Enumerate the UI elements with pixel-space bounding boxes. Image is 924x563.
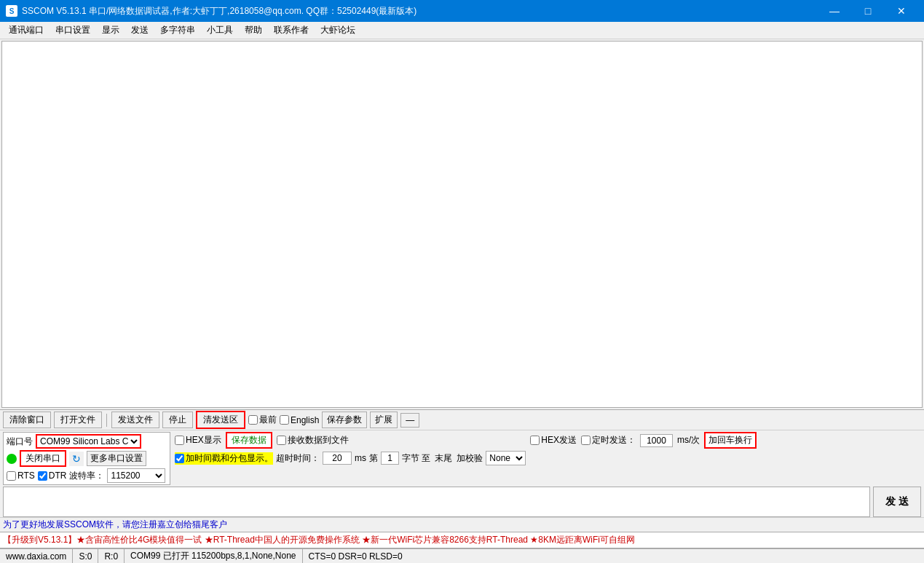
zuijin-checkbox[interactable] [248, 415, 258, 425]
bottom-top-row: 清除窗口 打开文件 发送文件 停止 清发送区 最前 English 保存参数 扩… [0, 410, 924, 430]
bottom-area: 清除窗口 打开文件 发送文件 停止 清发送区 最前 English 保存参数 扩… [0, 409, 924, 532]
super-time-label: 超时时间： [276, 452, 320, 465]
menu-bangzhu[interactable]: 帮助 [239, 23, 268, 38]
send-text-area: 发 送 [3, 487, 921, 517]
title-bar: S SSCOM V5.13.1 串口/网络数据调试器,作者:大虾丁丁,26180… [0, 0, 924, 22]
super-time-input[interactable]: 20 [323, 452, 352, 465]
baud-rate-label: 波特率： [69, 470, 104, 482]
add-newline-button[interactable]: 加回车换行 [704, 432, 757, 449]
main-display-area [1, 41, 923, 408]
tail-label: 末尾 [435, 452, 452, 465]
port-row-1: 端口号 COM99 Silicon Labs CP210x [7, 434, 167, 449]
menu-xianshi[interactable]: 显示 [96, 23, 125, 38]
english-label: English [291, 415, 319, 425]
clear-send-button[interactable]: 清发送区 [196, 411, 245, 429]
port-number-label: 端口号 [7, 436, 33, 448]
recv-to-file-label: 接收数据到文件 [288, 434, 349, 446]
save-data-button[interactable]: 保存数据 [226, 432, 272, 449]
time-display-checkbox-label[interactable]: 加时间戳和分包显示。 [175, 452, 273, 465]
stop-button[interactable]: 停止 [162, 412, 193, 428]
save-params-button[interactable]: 保存参数 [322, 412, 367, 428]
port-row-2: 关闭串口 ↻ 更多串口设置 [7, 450, 167, 467]
menu-tonxun-duankou[interactable]: 通讯端口 [3, 23, 50, 38]
minimize-button[interactable]: — [818, 0, 851, 22]
hex-send-checkbox[interactable] [530, 436, 540, 445]
expand-button[interactable]: 扩展 [370, 412, 398, 428]
checksum-select[interactable]: NoneCRC [486, 451, 526, 465]
timed-value-input[interactable]: 1000 [640, 434, 673, 447]
hex-send-label: HEX发送 [541, 434, 577, 446]
english-checkbox-label[interactable]: English [280, 415, 319, 425]
status-website: www.daxia.com [0, 549, 73, 563]
english-checkbox[interactable] [280, 415, 289, 425]
window-title: SSCOM V5.13.1 串口/网络数据调试器,作者:大虾丁丁,2618058… [22, 5, 818, 17]
byte-value-input[interactable]: 1 [381, 452, 399, 465]
byte-unit-label: 字节 至 [402, 452, 430, 465]
baud-rate-select[interactable]: 115200960057600 [107, 468, 165, 483]
hex-send-checkbox-label[interactable]: HEX发送 [530, 434, 577, 446]
window-controls: — □ ✕ [818, 0, 918, 22]
maximize-button[interactable]: □ [851, 0, 885, 22]
right-panel: HEX发送 定时发送： 1000 ms/次 加回车换行 [530, 432, 921, 449]
menu-fasong[interactable]: 发送 [125, 23, 154, 38]
timed-unit-label: ms/次 [677, 434, 700, 446]
menu-lianjizuozhe[interactable]: 联系作者 [268, 23, 315, 38]
timed-send-checkbox-label[interactable]: 定时发送： [581, 434, 636, 446]
timed-send-checkbox[interactable] [581, 436, 591, 445]
minus-button[interactable]: — [400, 413, 419, 428]
time-display-label: 加时间戳和分包显示。 [186, 452, 273, 465]
byte-label: 第 [369, 452, 378, 465]
connection-status-indicator [7, 454, 17, 464]
zuijin-label: 最前 [259, 414, 277, 426]
status-sent: S:0 [73, 549, 98, 563]
hex-display-checkbox[interactable] [175, 436, 184, 445]
separator-1 [106, 414, 107, 427]
more-ports-button[interactable]: 更多串口设置 [87, 451, 146, 466]
checksum-label-text: 加校验 [457, 452, 483, 465]
news-text: 【升级到V5.13.1】★含宙高性价比4G模块值得一试 ★RT-Thread中国… [3, 535, 635, 545]
dtr-checkbox[interactable] [38, 471, 47, 481]
send-textarea[interactable] [3, 487, 870, 517]
menu-daxia-luntan[interactable]: 大虾论坛 [315, 23, 361, 38]
hex-display-label: HEX显示 [186, 434, 221, 446]
recv-to-file-checkbox-label[interactable]: 接收数据到文件 [277, 434, 349, 446]
refresh-button[interactable]: ↻ [69, 452, 84, 466]
menu-duozifuchuan[interactable]: 多字符串 [154, 23, 201, 38]
zuijin-checkbox-label[interactable]: 最前 [248, 414, 277, 426]
status-port-info: COM99 已打开 115200bps,8,1,None,None [125, 549, 302, 563]
hex-display-checkbox-label[interactable]: HEX显示 [175, 434, 221, 446]
promo-row: 为了更好地发展SSCOM软件，请您注册嘉立创给猫尾客户 [0, 517, 924, 532]
send-button[interactable]: 发 送 [873, 487, 921, 517]
status-signals: CTS=0 DSR=0 RLSD=0 [303, 549, 408, 563]
status-received: R:0 [98, 549, 125, 563]
dtr-checkbox-label[interactable]: DTR [38, 471, 67, 481]
port-settings-panel: 端口号 COM99 Silicon Labs CP210x 关闭串口 ↻ 更多串… [3, 432, 170, 485]
send-row-1: HEX发送 定时发送： 1000 ms/次 加回车换行 [530, 432, 921, 449]
menu-bar: 通讯端口 串口设置 显示 发送 多字符串 小工具 帮助 联系作者 大虾论坛 [0, 22, 924, 39]
send-file-button[interactable]: 发送文件 [111, 412, 159, 428]
port-row-3: RTS DTR 波特率： 115200960057600 [7, 468, 167, 483]
open-file-button[interactable]: 打开文件 [54, 412, 102, 428]
scroll-area[interactable] [2, 42, 922, 407]
close-button[interactable]: ✕ [885, 0, 918, 22]
hex-row-1: HEX显示 保存数据 接收数据到文件 [175, 432, 526, 449]
recv-to-file-checkbox[interactable] [277, 436, 286, 445]
menu-chuankou-shezhi[interactable]: 串口设置 [50, 23, 96, 38]
controls-row: 端口号 COM99 Silicon Labs CP210x 关闭串口 ↻ 更多串… [0, 430, 924, 487]
timed-send-label: 定时发送： [592, 434, 636, 446]
promo-text: 为了更好地发展SSCOM软件，请您注册嘉立创给猫尾客户 [3, 519, 227, 529]
status-bar: www.daxia.com S:0 R:0 COM99 已打开 115200bp… [0, 548, 924, 563]
clear-window-button[interactable]: 清除窗口 [3, 412, 51, 428]
rts-checkbox[interactable] [7, 471, 16, 481]
middle-panel: HEX显示 保存数据 接收数据到文件 加时间戳和分包显示。 超时时间： 20 m… [175, 432, 526, 465]
dtr-label: DTR [49, 471, 67, 481]
news-ticker: 【升级到V5.13.1】★含宙高性价比4G模块值得一试 ★RT-Thread中国… [0, 532, 924, 548]
hex-row-2: 加时间戳和分包显示。 超时时间： 20 ms 第 1 字节 至 末尾 加校验 N… [175, 451, 526, 465]
port-select[interactable]: COM99 Silicon Labs CP210x [36, 434, 141, 449]
super-unit-label: ms [355, 453, 366, 463]
time-display-checkbox[interactable] [175, 454, 184, 463]
rts-checkbox-label[interactable]: RTS [7, 471, 35, 481]
rts-label: RTS [17, 471, 35, 481]
close-port-button[interactable]: 关闭串口 [20, 450, 66, 467]
menu-xiaogongju[interactable]: 小工具 [201, 23, 239, 38]
